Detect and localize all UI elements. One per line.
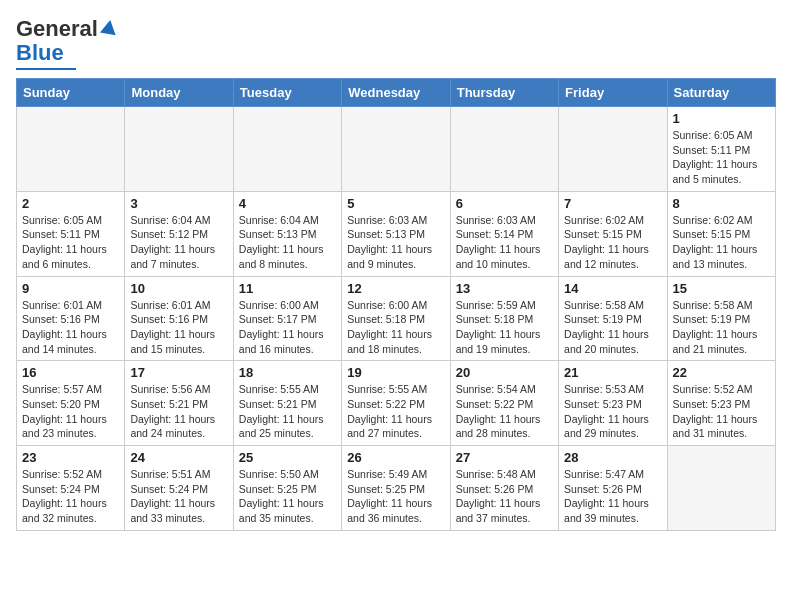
calendar-cell: 18Sunrise: 5:55 AM Sunset: 5:21 PM Dayli…: [233, 361, 341, 446]
day-number: 10: [130, 281, 227, 296]
calendar-week-row: 2Sunrise: 6:05 AM Sunset: 5:11 PM Daylig…: [17, 191, 776, 276]
weekday-header-wednesday: Wednesday: [342, 79, 450, 107]
weekday-header-thursday: Thursday: [450, 79, 558, 107]
calendar-cell: [233, 107, 341, 192]
weekday-header-saturday: Saturday: [667, 79, 775, 107]
day-number: 3: [130, 196, 227, 211]
day-info: Sunrise: 5:50 AM Sunset: 5:25 PM Dayligh…: [239, 467, 336, 526]
day-number: 17: [130, 365, 227, 380]
day-info: Sunrise: 5:56 AM Sunset: 5:21 PM Dayligh…: [130, 382, 227, 441]
day-number: 15: [673, 281, 770, 296]
weekday-header-sunday: Sunday: [17, 79, 125, 107]
day-info: Sunrise: 5:48 AM Sunset: 5:26 PM Dayligh…: [456, 467, 553, 526]
day-info: Sunrise: 6:01 AM Sunset: 5:16 PM Dayligh…: [22, 298, 119, 357]
calendar-cell: 16Sunrise: 5:57 AM Sunset: 5:20 PM Dayli…: [17, 361, 125, 446]
weekday-header-tuesday: Tuesday: [233, 79, 341, 107]
day-info: Sunrise: 5:51 AM Sunset: 5:24 PM Dayligh…: [130, 467, 227, 526]
day-info: Sunrise: 5:58 AM Sunset: 5:19 PM Dayligh…: [564, 298, 661, 357]
day-number: 19: [347, 365, 444, 380]
day-info: Sunrise: 6:04 AM Sunset: 5:13 PM Dayligh…: [239, 213, 336, 272]
day-number: 8: [673, 196, 770, 211]
day-info: Sunrise: 5:47 AM Sunset: 5:26 PM Dayligh…: [564, 467, 661, 526]
day-number: 24: [130, 450, 227, 465]
day-number: 20: [456, 365, 553, 380]
day-info: Sunrise: 6:05 AM Sunset: 5:11 PM Dayligh…: [22, 213, 119, 272]
day-number: 11: [239, 281, 336, 296]
day-number: 6: [456, 196, 553, 211]
day-info: Sunrise: 6:02 AM Sunset: 5:15 PM Dayligh…: [564, 213, 661, 272]
page-header: General Blue: [16, 16, 776, 70]
calendar-cell: 1Sunrise: 6:05 AM Sunset: 5:11 PM Daylig…: [667, 107, 775, 192]
calendar-cell: 14Sunrise: 5:58 AM Sunset: 5:19 PM Dayli…: [559, 276, 667, 361]
calendar-cell: 4Sunrise: 6:04 AM Sunset: 5:13 PM Daylig…: [233, 191, 341, 276]
calendar-week-row: 1Sunrise: 6:05 AM Sunset: 5:11 PM Daylig…: [17, 107, 776, 192]
calendar-cell: 21Sunrise: 5:53 AM Sunset: 5:23 PM Dayli…: [559, 361, 667, 446]
logo-general-text: General: [16, 16, 98, 42]
day-info: Sunrise: 6:03 AM Sunset: 5:14 PM Dayligh…: [456, 213, 553, 272]
calendar-cell: 10Sunrise: 6:01 AM Sunset: 5:16 PM Dayli…: [125, 276, 233, 361]
day-info: Sunrise: 5:57 AM Sunset: 5:20 PM Dayligh…: [22, 382, 119, 441]
calendar-table: SundayMondayTuesdayWednesdayThursdayFrid…: [16, 78, 776, 531]
calendar-week-row: 16Sunrise: 5:57 AM Sunset: 5:20 PM Dayli…: [17, 361, 776, 446]
day-info: Sunrise: 6:05 AM Sunset: 5:11 PM Dayligh…: [673, 128, 770, 187]
weekday-header-monday: Monday: [125, 79, 233, 107]
calendar-cell: 6Sunrise: 6:03 AM Sunset: 5:14 PM Daylig…: [450, 191, 558, 276]
logo-blue-text: Blue: [16, 40, 64, 66]
day-number: 26: [347, 450, 444, 465]
logo: General Blue: [16, 16, 118, 70]
day-number: 18: [239, 365, 336, 380]
day-number: 7: [564, 196, 661, 211]
day-number: 9: [22, 281, 119, 296]
calendar-cell: [450, 107, 558, 192]
calendar-cell: [17, 107, 125, 192]
logo-underline: [16, 68, 76, 70]
day-info: Sunrise: 6:04 AM Sunset: 5:12 PM Dayligh…: [130, 213, 227, 272]
calendar-cell: 11Sunrise: 6:00 AM Sunset: 5:17 PM Dayli…: [233, 276, 341, 361]
calendar-cell: 2Sunrise: 6:05 AM Sunset: 5:11 PM Daylig…: [17, 191, 125, 276]
calendar-week-row: 23Sunrise: 5:52 AM Sunset: 5:24 PM Dayli…: [17, 446, 776, 531]
calendar-cell: [125, 107, 233, 192]
calendar-cell: 12Sunrise: 6:00 AM Sunset: 5:18 PM Dayli…: [342, 276, 450, 361]
calendar-cell: 26Sunrise: 5:49 AM Sunset: 5:25 PM Dayli…: [342, 446, 450, 531]
day-info: Sunrise: 5:59 AM Sunset: 5:18 PM Dayligh…: [456, 298, 553, 357]
day-number: 5: [347, 196, 444, 211]
day-info: Sunrise: 5:53 AM Sunset: 5:23 PM Dayligh…: [564, 382, 661, 441]
calendar-cell: 22Sunrise: 5:52 AM Sunset: 5:23 PM Dayli…: [667, 361, 775, 446]
calendar-cell: 28Sunrise: 5:47 AM Sunset: 5:26 PM Dayli…: [559, 446, 667, 531]
day-number: 22: [673, 365, 770, 380]
day-number: 16: [22, 365, 119, 380]
day-info: Sunrise: 5:55 AM Sunset: 5:21 PM Dayligh…: [239, 382, 336, 441]
calendar-cell: [667, 446, 775, 531]
day-number: 1: [673, 111, 770, 126]
logo-triangle-icon: [100, 18, 118, 36]
calendar-cell: 13Sunrise: 5:59 AM Sunset: 5:18 PM Dayli…: [450, 276, 558, 361]
day-number: 23: [22, 450, 119, 465]
day-info: Sunrise: 5:58 AM Sunset: 5:19 PM Dayligh…: [673, 298, 770, 357]
day-info: Sunrise: 6:03 AM Sunset: 5:13 PM Dayligh…: [347, 213, 444, 272]
calendar-cell: 7Sunrise: 6:02 AM Sunset: 5:15 PM Daylig…: [559, 191, 667, 276]
calendar-cell: 5Sunrise: 6:03 AM Sunset: 5:13 PM Daylig…: [342, 191, 450, 276]
calendar-cell: [342, 107, 450, 192]
day-number: 12: [347, 281, 444, 296]
calendar-cell: 23Sunrise: 5:52 AM Sunset: 5:24 PM Dayli…: [17, 446, 125, 531]
calendar-week-row: 9Sunrise: 6:01 AM Sunset: 5:16 PM Daylig…: [17, 276, 776, 361]
day-number: 25: [239, 450, 336, 465]
calendar-cell: 19Sunrise: 5:55 AM Sunset: 5:22 PM Dayli…: [342, 361, 450, 446]
calendar-header-row: SundayMondayTuesdayWednesdayThursdayFrid…: [17, 79, 776, 107]
day-number: 2: [22, 196, 119, 211]
calendar-cell: [559, 107, 667, 192]
calendar-cell: 17Sunrise: 5:56 AM Sunset: 5:21 PM Dayli…: [125, 361, 233, 446]
calendar-cell: 25Sunrise: 5:50 AM Sunset: 5:25 PM Dayli…: [233, 446, 341, 531]
day-info: Sunrise: 6:01 AM Sunset: 5:16 PM Dayligh…: [130, 298, 227, 357]
day-number: 14: [564, 281, 661, 296]
calendar-cell: 15Sunrise: 5:58 AM Sunset: 5:19 PM Dayli…: [667, 276, 775, 361]
day-info: Sunrise: 5:49 AM Sunset: 5:25 PM Dayligh…: [347, 467, 444, 526]
day-info: Sunrise: 6:02 AM Sunset: 5:15 PM Dayligh…: [673, 213, 770, 272]
day-info: Sunrise: 6:00 AM Sunset: 5:17 PM Dayligh…: [239, 298, 336, 357]
day-info: Sunrise: 5:52 AM Sunset: 5:23 PM Dayligh…: [673, 382, 770, 441]
calendar-cell: 27Sunrise: 5:48 AM Sunset: 5:26 PM Dayli…: [450, 446, 558, 531]
calendar-cell: 8Sunrise: 6:02 AM Sunset: 5:15 PM Daylig…: [667, 191, 775, 276]
day-info: Sunrise: 5:55 AM Sunset: 5:22 PM Dayligh…: [347, 382, 444, 441]
day-info: Sunrise: 5:54 AM Sunset: 5:22 PM Dayligh…: [456, 382, 553, 441]
day-number: 28: [564, 450, 661, 465]
